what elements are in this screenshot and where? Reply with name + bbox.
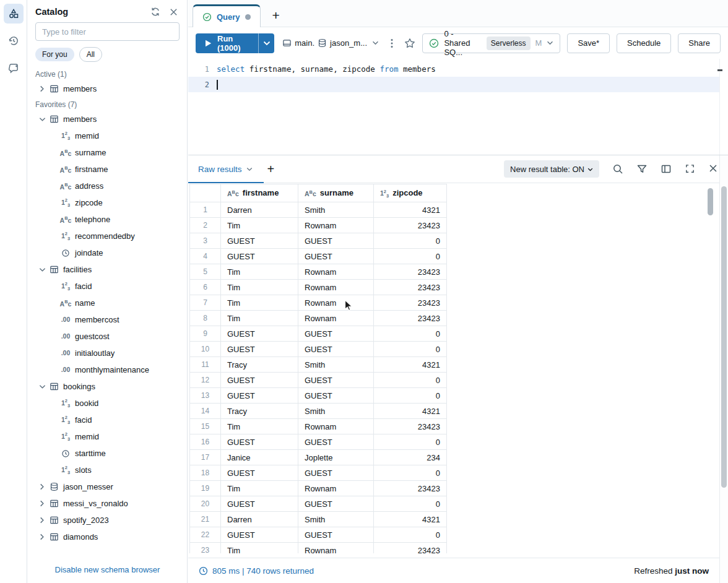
table-row[interactable]: 21 Darren Smith 4321 (190, 512, 447, 527)
surname-cell[interactable]: GUEST (298, 434, 374, 450)
tree-item-zipcode[interactable]: 123 zipcode (28, 194, 187, 211)
surname-cell[interactable]: GUEST (298, 388, 374, 404)
run-button[interactable]: Run (1000) (196, 33, 259, 53)
new-result-table-toggle[interactable]: New result table: ON (504, 160, 599, 178)
tree-item-recommendedby[interactable]: 123 recommendedby (28, 228, 187, 244)
table-row[interactable]: 1 Darren Smith 4321 (190, 202, 447, 218)
sql-editor[interactable]: 1 select firstname, surname, zipcode fro… (188, 59, 728, 155)
warehouse-selector[interactable]: 0 - Shared SQ... Serverless M (422, 33, 560, 53)
zipcode-cell[interactable]: 4321 (374, 512, 447, 527)
close-sidebar-icon[interactable] (169, 7, 178, 17)
filter-pill-all[interactable]: All (79, 47, 102, 62)
table-row[interactable]: 11 Tracy Smith 4321 (190, 357, 447, 373)
zipcode-cell[interactable]: 0 (374, 326, 447, 342)
surname-cell[interactable]: Rownam (298, 218, 374, 233)
schedule-button[interactable]: Schedule (617, 33, 671, 53)
table-row[interactable]: 12 GUEST GUEST 0 (190, 373, 447, 388)
table-row[interactable]: 2 Tim Rownam 23423 (190, 218, 447, 233)
firstname-cell[interactable]: Tim (221, 419, 298, 434)
surname-cell[interactable]: Rownam (298, 295, 374, 311)
surname-cell[interactable]: Rownam (298, 264, 374, 280)
surname-cell[interactable]: GUEST (298, 373, 374, 388)
surname-cell[interactable]: Smith (298, 404, 374, 419)
catalog-schema-selector[interactable]: main. jason_m... (282, 38, 379, 48)
table-row[interactable]: 6 Tim Rownam 23423 (190, 280, 447, 295)
firstname-cell[interactable]: GUEST (221, 434, 298, 450)
tree-item-spotify_2023[interactable]: spotify_2023 (28, 512, 187, 529)
add-result-tab-button[interactable]: + (267, 162, 275, 176)
tree-item-guestcost[interactable]: .00 guestcost (28, 328, 187, 345)
surname-cell[interactable]: Smith (298, 202, 374, 218)
favorite-star-icon[interactable] (404, 38, 415, 49)
firstname-cell[interactable]: GUEST (221, 233, 298, 249)
save-button[interactable]: Save* (567, 33, 610, 53)
firstname-cell[interactable]: Tim (221, 280, 298, 295)
catalog-icon[interactable] (4, 4, 24, 24)
tree-item-facid[interactable]: 123 facid (28, 278, 187, 295)
page-scrollbar-track[interactable] (719, 155, 728, 583)
firstname-cell[interactable]: Darren (221, 202, 298, 218)
firstname-cell[interactable]: GUEST (221, 249, 298, 264)
firstname-cell[interactable]: GUEST (221, 527, 298, 543)
column-header-firstname[interactable]: ABcfirstname (221, 184, 298, 202)
tree-item-firstname[interactable]: ABc firstname (28, 161, 187, 178)
firstname-cell[interactable]: Janice (221, 450, 298, 465)
table-row[interactable]: 3 GUEST GUEST 0 (190, 233, 447, 249)
surname-cell[interactable]: Rownam (298, 280, 374, 295)
new-tab-button[interactable]: + (272, 10, 280, 21)
surname-cell[interactable]: Rownam (298, 543, 374, 554)
tree-item-monthlymaintenance[interactable]: .00 monthlymaintenance (28, 361, 187, 378)
surname-cell[interactable]: GUEST (298, 465, 374, 481)
assistant-icon[interactable] (4, 58, 24, 78)
table-row[interactable]: 8 Tim Rownam 23423 (190, 311, 447, 326)
more-options-kebab-icon[interactable] (387, 38, 396, 48)
chevron-right-icon[interactable] (37, 500, 47, 507)
tree-item-bookid[interactable]: 123 bookid (28, 395, 187, 412)
zipcode-cell[interactable]: 23423 (374, 311, 447, 326)
page-scrollbar-thumb[interactable] (721, 186, 727, 488)
chevron-right-icon[interactable] (37, 483, 47, 490)
surname-cell[interactable]: Smith (298, 512, 374, 527)
surname-cell[interactable]: GUEST (298, 496, 374, 512)
tree-item-name[interactable]: ABc name (28, 295, 187, 311)
table-scrollbar-thumb[interactable] (708, 188, 713, 215)
tree-item-members[interactable]: members (28, 111, 187, 127)
tree-item-bookings[interactable]: bookings (28, 378, 187, 395)
editor-line[interactable]: 1 select firstname, surname, zipcode fro… (188, 61, 719, 77)
tree-item-telephone[interactable]: ABc telephone (28, 211, 187, 228)
zipcode-cell[interactable]: 23423 (374, 481, 447, 496)
close-icon[interactable] (708, 163, 718, 175)
surname-cell[interactable]: Joplette (298, 450, 374, 465)
firstname-cell[interactable]: GUEST (221, 465, 298, 481)
table-row[interactable]: 14 Tracy Smith 4321 (190, 404, 447, 419)
table-row[interactable]: 15 Tim Rownam 23423 (190, 419, 447, 434)
tree-item-members[interactable]: members (28, 80, 187, 97)
zipcode-cell[interactable]: 0 (374, 373, 447, 388)
filter-icon[interactable] (636, 163, 648, 175)
tree-item-jason_messer[interactable]: jason_messer (28, 478, 187, 495)
firstname-cell[interactable]: Tim (221, 264, 298, 280)
zipcode-cell[interactable]: 23423 (374, 295, 447, 311)
history-icon[interactable] (4, 31, 24, 51)
table-row[interactable]: 9 GUEST GUEST 0 (190, 326, 447, 342)
firstname-cell[interactable]: GUEST (221, 342, 298, 357)
firstname-cell[interactable]: Tracy (221, 357, 298, 373)
tree-item-surname[interactable]: ABc surname (28, 144, 187, 161)
tree-item-memid[interactable]: 123 memid (28, 428, 187, 445)
zipcode-cell[interactable]: 4321 (374, 404, 447, 419)
refresh-icon[interactable] (150, 7, 160, 17)
table-row[interactable]: 7 Tim Rownam 23423 (190, 295, 447, 311)
firstname-cell[interactable]: GUEST (221, 388, 298, 404)
surname-cell[interactable]: GUEST (298, 527, 374, 543)
tree-item-joindate[interactable]: joindate (28, 244, 187, 261)
zipcode-cell[interactable]: 0 (374, 527, 447, 543)
filter-pill-for-you[interactable]: For you (35, 48, 74, 61)
tree-item-starttime[interactable]: starttime (28, 445, 187, 462)
tab-query[interactable]: Query (193, 4, 261, 27)
firstname-cell[interactable]: Tim (221, 295, 298, 311)
tree-item-memid[interactable]: 123 memid (28, 127, 187, 144)
zipcode-cell[interactable]: 234 (374, 450, 447, 465)
zipcode-cell[interactable]: 0 (374, 496, 447, 512)
query-duration-status[interactable]: 805 ms | 740 rows returned (199, 566, 314, 576)
tree-item-diamonds[interactable]: diamonds (28, 529, 187, 545)
